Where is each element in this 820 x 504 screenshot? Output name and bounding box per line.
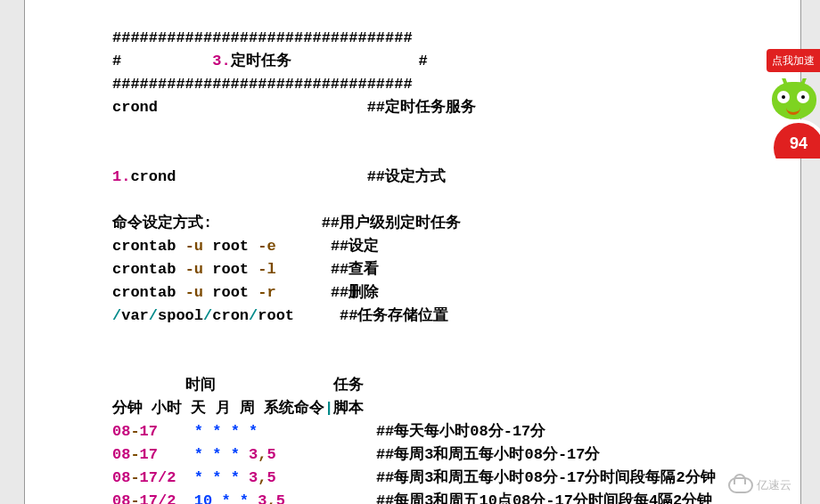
speed-button[interactable]: 点我加速	[767, 49, 820, 72]
cron-path: /var/spool/cron/root ##任务存储位置	[112, 305, 808, 328]
hash-border-top: #################################	[112, 27, 808, 50]
table-row: 08-17/2 10 * * 3,5 ##每周3和周五10点08分-17分时间段…	[112, 490, 808, 504]
commands-heading: 命令设定方式: ##用户级别定时任务	[112, 212, 808, 235]
header-title: # 3.定时任务 #	[112, 50, 808, 73]
crond-service: crond ##定时任务服务	[112, 96, 808, 119]
cmd-crontab-e: crontab -u root -e ##设定	[112, 235, 808, 258]
document-page: ################################# # 3.定时…	[25, 0, 800, 504]
table-row: 08-17 * * * * ##每天每小时08分-17分	[112, 420, 808, 443]
hash-border-bottom: #################################	[112, 73, 808, 96]
brand-label: 亿速云	[757, 477, 791, 493]
section-number: 3.	[212, 53, 230, 69]
table-row: 08-17/2 * * * 3,5 ##每周3和周五每小时08分-17分时间段每…	[112, 467, 808, 490]
score-badge: 94	[770, 119, 820, 159]
cloud-icon	[728, 477, 753, 493]
subsection-number: 1.	[112, 168, 130, 185]
table-head-1: 时间 任务	[112, 374, 808, 397]
content-area: ################################# # 3.定时…	[112, 27, 808, 504]
section-1: 1.crond ##设定方式	[112, 166, 808, 189]
table-row: 08-17 * * * 3,5 ##每周3和周五每小时08分-17分	[112, 443, 808, 467]
brand-watermark: 亿速云	[728, 477, 791, 493]
cmd-crontab-l: crontab -u root -l ##查看	[112, 258, 808, 281]
cmd-crontab-r: crontab -u root -r ##删除	[112, 281, 808, 305]
mascot-widget[interactable]: 94	[767, 78, 820, 159]
table-head-2: 分钟 小时 天 月 周 系统命令|脚本	[112, 397, 808, 420]
mascot-icon	[772, 82, 816, 119]
